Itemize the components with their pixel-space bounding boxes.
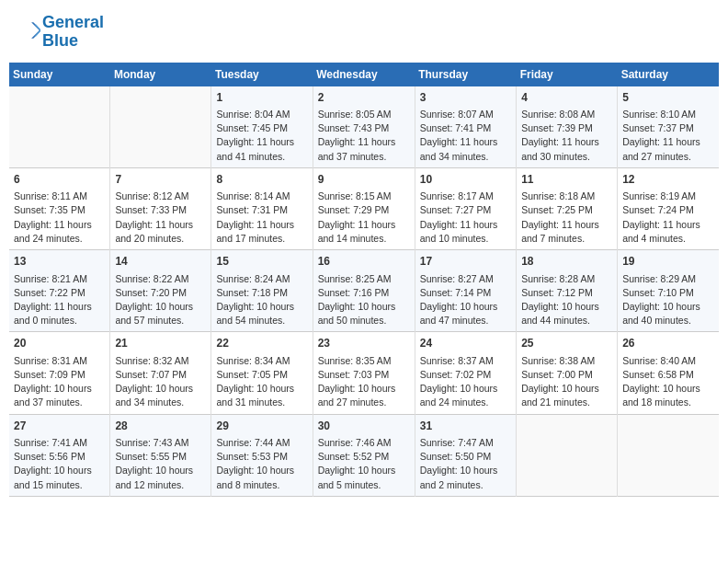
calendar-cell (618, 414, 719, 496)
day-number: 19 (622, 254, 714, 270)
day-info: Sunrise: 8:37 AM Sunset: 7:02 PM Dayligh… (420, 354, 511, 410)
day-number: 26 (622, 336, 714, 351)
day-info: Sunrise: 8:38 AM Sunset: 7:00 PM Dayligh… (521, 354, 612, 410)
day-number: 1 (216, 90, 307, 106)
calendar-cell: 31Sunrise: 7:47 AM Sunset: 5:50 PM Dayli… (415, 414, 516, 496)
calendar-cell: 19Sunrise: 8:29 AM Sunset: 7:10 PM Dayli… (618, 250, 719, 332)
day-info: Sunrise: 8:25 AM Sunset: 7:16 PM Dayligh… (318, 272, 410, 328)
weekday-header: Sunday (9, 63, 110, 86)
day-number: 13 (14, 254, 105, 270)
calendar-cell: 1Sunrise: 8:04 AM Sunset: 7:45 PM Daylig… (211, 86, 313, 168)
weekday-header: Saturday (618, 63, 719, 86)
calendar-table: SundayMondayTuesdayWednesdayThursdayFrid… (9, 63, 719, 497)
calendar-cell: 5Sunrise: 8:10 AM Sunset: 7:37 PM Daylig… (618, 86, 719, 168)
day-number: 3 (420, 90, 511, 106)
day-number: 15 (216, 254, 307, 270)
calendar-cell: 8Sunrise: 8:14 AM Sunset: 7:31 PM Daylig… (211, 167, 313, 249)
day-number: 27 (14, 419, 105, 434)
calendar-cell: 29Sunrise: 7:44 AM Sunset: 5:53 PM Dayli… (211, 414, 313, 496)
day-info: Sunrise: 8:11 AM Sunset: 7:35 PM Dayligh… (14, 190, 105, 246)
day-number: 9 (318, 172, 410, 188)
day-info: Sunrise: 8:40 AM Sunset: 6:58 PM Dayligh… (622, 354, 714, 410)
day-number: 2 (318, 90, 410, 106)
calendar-cell: 25Sunrise: 8:38 AM Sunset: 7:00 PM Dayli… (517, 332, 618, 414)
day-info: Sunrise: 8:07 AM Sunset: 7:41 PM Dayligh… (420, 108, 511, 164)
calendar-cell: 18Sunrise: 8:28 AM Sunset: 7:12 PM Dayli… (517, 250, 618, 332)
calendar-body: 1Sunrise: 8:04 AM Sunset: 7:45 PM Daylig… (9, 86, 719, 497)
day-info: Sunrise: 8:05 AM Sunset: 7:43 PM Dayligh… (318, 108, 410, 164)
day-info: Sunrise: 7:43 AM Sunset: 5:55 PM Dayligh… (115, 436, 206, 492)
calendar-week-row: 20Sunrise: 8:31 AM Sunset: 7:09 PM Dayli… (9, 332, 719, 414)
calendar-cell: 24Sunrise: 8:37 AM Sunset: 7:02 PM Dayli… (415, 332, 516, 414)
calendar-cell: 28Sunrise: 7:43 AM Sunset: 5:55 PM Dayli… (110, 414, 211, 496)
day-info: Sunrise: 8:12 AM Sunset: 7:33 PM Dayligh… (115, 190, 206, 246)
calendar-cell (517, 414, 618, 496)
day-info: Sunrise: 8:19 AM Sunset: 7:24 PM Dayligh… (622, 190, 714, 246)
day-info: Sunrise: 8:17 AM Sunset: 7:27 PM Dayligh… (420, 190, 511, 246)
day-number: 7 (115, 172, 206, 188)
day-info: Sunrise: 8:24 AM Sunset: 7:18 PM Dayligh… (216, 272, 307, 328)
day-number: 6 (14, 172, 105, 188)
weekday-header: Friday (517, 63, 618, 86)
day-info: Sunrise: 8:15 AM Sunset: 7:29 PM Dayligh… (318, 190, 410, 246)
calendar-header: SundayMondayTuesdayWednesdayThursdayFrid… (9, 63, 719, 86)
calendar-week-row: 27Sunrise: 7:41 AM Sunset: 5:56 PM Dayli… (9, 414, 719, 496)
calendar-cell: 27Sunrise: 7:41 AM Sunset: 5:56 PM Dayli… (9, 414, 110, 496)
calendar-cell: 30Sunrise: 7:46 AM Sunset: 5:52 PM Dayli… (313, 414, 415, 496)
day-number: 14 (115, 254, 206, 270)
day-info: Sunrise: 8:35 AM Sunset: 7:03 PM Dayligh… (318, 354, 410, 410)
day-number: 29 (216, 419, 307, 434)
day-number: 10 (420, 172, 511, 188)
day-info: Sunrise: 8:32 AM Sunset: 7:07 PM Dayligh… (115, 354, 206, 410)
weekday-header: Thursday (415, 63, 516, 86)
day-info: Sunrise: 8:04 AM Sunset: 7:45 PM Dayligh… (216, 108, 307, 164)
calendar-cell: 10Sunrise: 8:17 AM Sunset: 7:27 PM Dayli… (415, 167, 516, 249)
calendar-cell: 11Sunrise: 8:18 AM Sunset: 7:25 PM Dayli… (517, 167, 618, 249)
day-info: Sunrise: 8:28 AM Sunset: 7:12 PM Dayligh… (521, 272, 612, 328)
calendar-cell: 4Sunrise: 8:08 AM Sunset: 7:39 PM Daylig… (517, 86, 618, 168)
calendar-cell: 21Sunrise: 8:32 AM Sunset: 7:07 PM Dayli… (110, 332, 211, 414)
logo-text: GeneralBlue (42, 14, 104, 51)
weekday-header: Monday (110, 63, 211, 86)
day-number: 31 (420, 419, 511, 434)
day-info: Sunrise: 8:14 AM Sunset: 7:31 PM Dayligh… (216, 190, 307, 246)
day-number: 12 (622, 172, 714, 188)
day-info: Sunrise: 8:22 AM Sunset: 7:20 PM Dayligh… (115, 272, 206, 328)
calendar-cell: 7Sunrise: 8:12 AM Sunset: 7:33 PM Daylig… (110, 167, 211, 249)
weekday-header: Wednesday (313, 63, 415, 86)
day-number: 20 (14, 336, 105, 351)
day-info: Sunrise: 8:34 AM Sunset: 7:05 PM Dayligh… (216, 354, 307, 410)
calendar-week-row: 1Sunrise: 8:04 AM Sunset: 7:45 PM Daylig… (9, 86, 719, 168)
day-number: 8 (216, 172, 307, 188)
calendar-cell: 13Sunrise: 8:21 AM Sunset: 7:22 PM Dayli… (9, 250, 110, 332)
page-header: GeneralBlue (9, 9, 719, 55)
calendar-cell: 26Sunrise: 8:40 AM Sunset: 6:58 PM Dayli… (618, 332, 719, 414)
day-info: Sunrise: 7:41 AM Sunset: 5:56 PM Dayligh… (14, 436, 105, 492)
day-number: 18 (521, 254, 612, 270)
day-info: Sunrise: 8:29 AM Sunset: 7:10 PM Dayligh… (622, 272, 714, 328)
calendar-cell: 20Sunrise: 8:31 AM Sunset: 7:09 PM Dayli… (9, 332, 110, 414)
calendar-cell: 3Sunrise: 8:07 AM Sunset: 7:41 PM Daylig… (415, 86, 516, 168)
calendar-cell: 16Sunrise: 8:25 AM Sunset: 7:16 PM Dayli… (313, 250, 415, 332)
day-info: Sunrise: 8:18 AM Sunset: 7:25 PM Dayligh… (521, 190, 612, 246)
calendar-cell: 6Sunrise: 8:11 AM Sunset: 7:35 PM Daylig… (9, 167, 110, 249)
day-number: 5 (622, 90, 714, 106)
weekday-header: Tuesday (211, 63, 313, 86)
calendar-cell: 2Sunrise: 8:05 AM Sunset: 7:43 PM Daylig… (313, 86, 415, 168)
day-info: Sunrise: 8:31 AM Sunset: 7:09 PM Dayligh… (14, 354, 105, 410)
calendar-week-row: 13Sunrise: 8:21 AM Sunset: 7:22 PM Dayli… (9, 250, 719, 332)
logo: GeneralBlue (18, 14, 104, 51)
day-info: Sunrise: 7:46 AM Sunset: 5:52 PM Dayligh… (318, 436, 410, 492)
day-number: 21 (115, 336, 206, 351)
day-number: 28 (115, 419, 206, 434)
logo-icon (20, 20, 40, 40)
day-info: Sunrise: 8:08 AM Sunset: 7:39 PM Dayligh… (521, 108, 612, 164)
calendar-cell: 14Sunrise: 8:22 AM Sunset: 7:20 PM Dayli… (110, 250, 211, 332)
day-info: Sunrise: 8:27 AM Sunset: 7:14 PM Dayligh… (420, 272, 511, 328)
day-info: Sunrise: 8:21 AM Sunset: 7:22 PM Dayligh… (14, 272, 105, 328)
day-number: 16 (318, 254, 410, 270)
day-info: Sunrise: 7:44 AM Sunset: 5:53 PM Dayligh… (216, 436, 307, 492)
calendar-cell: 22Sunrise: 8:34 AM Sunset: 7:05 PM Dayli… (211, 332, 313, 414)
day-number: 17 (420, 254, 511, 270)
calendar-cell: 9Sunrise: 8:15 AM Sunset: 7:29 PM Daylig… (313, 167, 415, 249)
